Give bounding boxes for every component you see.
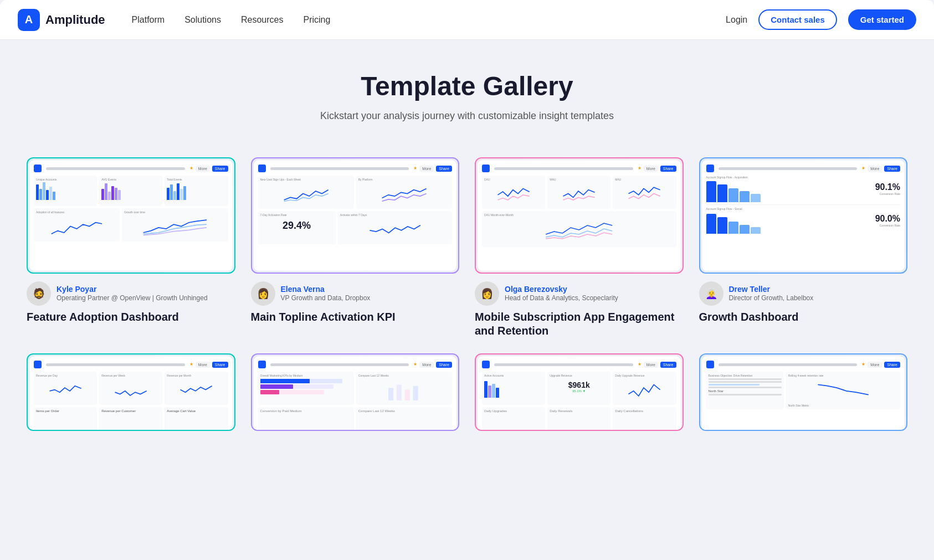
nav-solutions[interactable]: Solutions (184, 15, 221, 24)
page-subtitle: Kickstart your analysis journey with cus… (18, 110, 916, 122)
template-card-feature-adoption: ★ More Share Unique Accounts (27, 157, 235, 338)
author-name-4[interactable]: Drew Teller (729, 285, 770, 294)
author-info-2: Elena Verna VP Growth and Data, Dropbox (281, 284, 371, 303)
author-title-3: Head of Data & Analytics, Scopeclarity (505, 294, 618, 303)
template-card-growth-dashboard: ★ More Share Account Signup Flow - Acqui… (699, 157, 908, 338)
author-row-2: 👩 Elena Verna VP Growth and Data, Dropbo… (251, 281, 460, 306)
page-title: Template Gallery (18, 71, 916, 101)
template-card-subscription2: ★ More Share Active Accounts (475, 353, 684, 439)
author-title-4: Director of Growth, Labelbox (729, 294, 814, 303)
card-preview-4[interactable]: ★ More Share Account Signup Flow - Acqui… (699, 157, 908, 274)
author-name-2[interactable]: Elena Verna (281, 285, 325, 294)
template-card-mobile-subscription: ★ More Share DAU (475, 157, 684, 338)
author-row-4: 👩‍🦳 Drew Teller Director of Growth, Labe… (699, 281, 908, 306)
card-preview-6[interactable]: ★ More Share Overall Marketing KPIs by M… (251, 353, 460, 431)
template-card-revenue: ★ More Share Revenue per Day (27, 353, 235, 439)
svg-rect-0 (388, 388, 393, 400)
card-title-3: Mobile Subscription App Engagement and R… (475, 310, 684, 338)
template-card-main-topline: ★ More Share New User Sign Ups - Each We… (251, 157, 460, 338)
card-preview-1[interactable]: ★ More Share Unique Accounts (27, 157, 235, 274)
login-button[interactable]: Login (726, 15, 747, 25)
avatar-1: 🧔 (27, 281, 51, 306)
template-gallery: ★ More Share Unique Accounts (0, 140, 934, 461)
navbar: A Amplitude Platform Solutions Resources… (0, 0, 934, 40)
nav-right: Login Contact sales Get started (726, 9, 916, 30)
author-title-1: Operating Partner @ OpenView | Growth Un… (57, 294, 208, 303)
author-title-2: VP Growth and Data, Dropbox (281, 294, 371, 303)
card-preview-3[interactable]: ★ More Share DAU (475, 157, 684, 274)
author-name-1[interactable]: Kyle Poyar (57, 285, 96, 294)
author-info-4: Drew Teller Director of Growth, Labelbox (729, 284, 814, 303)
avatar-4: 👩‍🦳 (699, 281, 723, 306)
nav-links: Platform Solutions Resources Pricing (132, 15, 726, 25)
avatar-3: 👩 (475, 281, 499, 306)
logo-icon: A (18, 9, 40, 31)
contact-sales-button[interactable]: Contact sales (758, 9, 837, 30)
author-name-3[interactable]: Olga Berezovsky (505, 285, 567, 294)
author-row-1: 🧔 Kyle Poyar Operating Partner @ OpenVie… (27, 281, 235, 306)
card-preview-5[interactable]: ★ More Share Revenue per Day (27, 353, 235, 431)
nav-resources[interactable]: Resources (241, 15, 283, 24)
template-card-retention: ★ More Share Business Objective: Drive R… (699, 353, 908, 439)
avatar-2: 👩 (251, 281, 275, 306)
svg-rect-2 (405, 390, 410, 400)
logo-link[interactable]: A Amplitude (18, 9, 105, 31)
nav-pricing[interactable]: Pricing (303, 15, 330, 24)
card-preview-2[interactable]: ★ More Share New User Sign Ups - Each We… (251, 157, 460, 274)
author-info-3: Olga Berezovsky Head of Data & Analytics… (505, 284, 618, 303)
card-preview-8[interactable]: ★ More Share Business Objective: Drive R… (699, 353, 908, 431)
template-card-marketing: ★ More Share Overall Marketing KPIs by M… (251, 353, 460, 439)
author-info-1: Kyle Poyar Operating Partner @ OpenView … (57, 284, 208, 303)
nav-platform[interactable]: Platform (132, 15, 165, 24)
svg-rect-1 (397, 384, 402, 400)
card-title-4: Growth Dashboard (699, 310, 908, 324)
card-preview-7[interactable]: ★ More Share Active Accounts (475, 353, 684, 431)
logo-text: Amplitude (45, 13, 105, 27)
svg-rect-3 (413, 386, 418, 400)
hero-section: Template Gallery Kickstart your analysis… (0, 40, 934, 140)
author-row-3: 👩 Olga Berezovsky Head of Data & Analyti… (475, 281, 684, 306)
card-title-1: Feature Adoption Dashboard (27, 310, 235, 324)
card-title-2: Main Topline Activation KPI (251, 310, 460, 324)
get-started-button[interactable]: Get started (848, 9, 916, 30)
